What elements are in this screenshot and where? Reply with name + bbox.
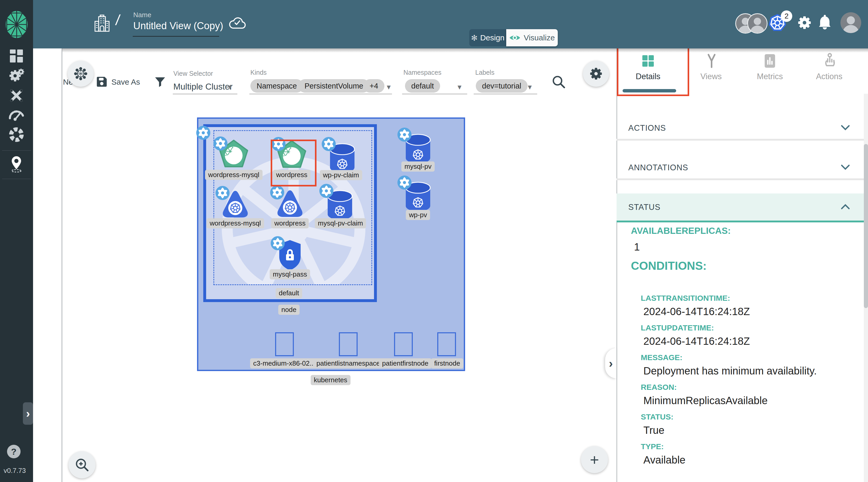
sidebar-item-dashboard[interactable] [9,49,24,64]
namespace-label[interactable]: default [276,288,302,298]
panel-collapse-button[interactable]: › [605,348,617,379]
shapes-fab-button[interactable] [68,61,94,87]
labels-caret-icon[interactable]: ▾ [528,82,532,91]
canvas-settings-fab[interactable] [583,61,609,87]
panel-scrollbar-thumb[interactable] [864,144,868,308]
labels-chip-devtutorial[interactable]: dev=tutorial [476,79,528,93]
sidebar-item-configuration[interactable] [8,88,25,103]
node-label-mysql-pv-claim[interactable]: mysql-pv-claim [315,218,366,229]
help-button[interactable]: ? [7,445,21,458]
section-divider [617,139,864,141]
condition-value-lastupdatetime: 2024-06-14T16:24:18Z [643,335,750,347]
node-label-wp-pv[interactable]: wp-pv [406,210,430,220]
condition-value-type: Available [643,454,686,466]
tab-actions[interactable]: Actions [816,72,842,81]
visualize-tab-label: Visualize [524,33,555,42]
design-pinwheel-icon: ✻ [471,33,477,42]
breadcrumb-slash: / [115,11,121,28]
zoom-in-fab[interactable] [68,451,95,478]
meshery-badge-icon [270,235,286,251]
kinds-underline [249,94,392,94]
machine-label-c3-medium[interactable]: c3-medium-x86-02... [250,358,318,368]
meshery-badge-icon [396,126,412,143]
header-shadow [33,49,868,53]
design-tab-label: Design [480,33,504,42]
status-key-availablereplicas: AVAILABLEREPLICAS: [631,225,731,236]
tab-metrics[interactable]: Metrics [757,72,783,81]
organization-icon[interactable] [93,14,111,33]
status-value-availablereplicas: 1 [634,241,640,253]
view-name-label: Name [133,11,151,19]
node-label-dep-wordpress-mysql[interactable]: wordpress-mysql [207,218,264,229]
condition-key-reason: REASON: [641,383,677,392]
kinds-chip-namespace[interactable]: Namespace [250,79,303,93]
machine-box-firstnode[interactable] [437,332,456,356]
meshery-badge-icon [212,135,228,152]
chevron-right-icon: › [609,356,613,370]
view-selector-caret-icon[interactable]: ▾ [228,82,232,91]
view-selector-value[interactable]: Multiple Cluster [173,82,232,92]
section-annotations[interactable]: ANNOTATIONS [628,163,688,172]
sidebar-divider [2,150,31,151]
labels-underline [474,94,537,94]
app-version: v0.7.73 [4,466,26,475]
chevron-down-icon[interactable] [840,124,850,131]
gear-icon [589,67,603,81]
filter-funnel-icon[interactable] [154,76,166,88]
chevron-down-icon[interactable] [840,164,850,170]
machine-label-firstnode[interactable]: firstnode [431,358,463,368]
settings-gear-icon[interactable] [797,16,812,30]
meshery-logo[interactable] [5,10,29,39]
machine-box-c3-medium[interactable] [275,332,294,356]
node-label-dep-wordpress[interactable]: wordpress [271,218,309,229]
namespaces-label: Namespaces [403,69,441,76]
section-status[interactable]: STATUS [628,203,660,212]
save-as-button[interactable]: Save As [112,78,140,86]
namespaces-chip-default[interactable]: default [405,79,440,93]
view-name-input[interactable]: Untitled View (Copy) [133,20,223,31]
node-label[interactable]: node [278,305,300,315]
machine-box-patientfirstnode[interactable] [394,332,413,356]
details-highlight-box [617,45,689,96]
section-actions[interactable]: ACTIONS [628,123,666,133]
meshery-badge-icon [318,183,335,199]
kinds-label: Kinds [250,69,267,76]
plus-icon: + [590,451,599,469]
kinds-caret-icon[interactable]: ▾ [387,82,391,91]
chevron-up-icon[interactable] [840,204,850,210]
condition-value-reason: MinimumReplicasAvailable [643,395,768,406]
machine-box-patientlistnamespace[interactable] [339,332,358,356]
sidebar-item-extensions[interactable] [8,126,25,143]
tab-views[interactable]: Views [701,72,722,81]
search-icon[interactable] [552,75,566,89]
kinds-chip-persistentvolume[interactable]: PersistentVolume [298,79,370,93]
tab-metrics-icon [763,53,777,69]
sidebar-item-lifecycle[interactable] [8,67,25,84]
status-key-conditions: CONDITIONS: [631,259,707,272]
sidebar-expand-button[interactable]: › [23,402,33,425]
machine-label-patientfirstnode[interactable]: patientfirstnode [379,358,432,368]
visualize-mode-tab[interactable]: Visualize [506,29,558,47]
node-label-wp-pv-claim[interactable]: wp-pv-claim [320,170,362,180]
meshery-badge-icon [269,184,285,201]
namespaces-caret-icon[interactable]: ▾ [458,82,461,91]
kinds-chip-more[interactable]: +4 [363,79,384,93]
sidebar-item-location[interactable] [9,155,24,172]
condition-key-lastupdatetime: LASTUPDATETIME: [641,324,714,332]
kanvas-app: / Name Untitled View (Copy) ✻ Design Vis… [0,0,868,482]
notifications-bell-icon[interactable] [818,15,832,30]
sidebar-item-performance[interactable] [8,107,25,121]
condition-key-message: MESSAGE: [641,353,682,362]
machine-label-patientlistnamespace[interactable]: patientlistnamespace [313,358,383,368]
node-label-mysql-pv[interactable]: mysql-pv [401,161,435,172]
context-count-badge[interactable]: 2 [781,10,792,22]
design-mode-tab[interactable]: ✻ Design [469,29,506,47]
user-avatar[interactable] [840,12,861,33]
meshery-badge-icon [321,136,337,152]
cluster-label[interactable]: kubernetes [311,375,350,385]
collaborator-avatar-2[interactable] [747,13,768,34]
node-label-svc-wordpress-mysql[interactable]: wordpress-mysql [205,170,262,180]
node-label-mysql-pass[interactable]: mysql-pass [270,269,310,279]
chevron-right-icon: › [26,407,30,420]
add-node-fab[interactable]: + [581,446,608,473]
